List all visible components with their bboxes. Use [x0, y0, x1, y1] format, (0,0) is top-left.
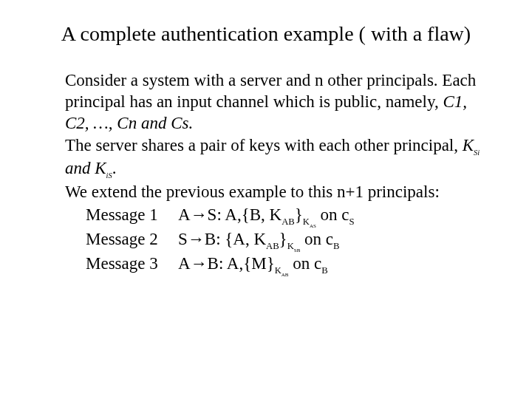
msg3-keyK: K: [275, 265, 282, 276]
msg3-key: KAB: [275, 265, 289, 276]
msg2-key: KSB: [287, 241, 301, 251]
message-2: Message 2S→B: {A, KAB}KSB on cB: [86, 229, 480, 253]
para2-period: .: [112, 159, 117, 177]
msg2-on: on c: [300, 230, 333, 248]
msg1-key: KAS: [303, 216, 316, 227]
para2-text-a: The server shares a pair of keys with ea…: [65, 136, 463, 154]
key1-k: K: [463, 136, 474, 154]
msg1-keyK: K: [303, 216, 310, 227]
key1: KSi: [463, 136, 480, 154]
message-3: Message 3A→B: A,{M}KAB on cB: [86, 253, 480, 278]
paragraph-3: We extend the previous example to this n…: [65, 182, 480, 203]
msg1-on: on c: [316, 205, 349, 224]
para1-text: Consider a system with a server and n ot…: [65, 71, 476, 111]
msg2-label: Message 2: [86, 229, 178, 250]
msg3-keysub: AB: [282, 272, 289, 278]
msg2-chan: B: [333, 241, 339, 251]
message-list: Message 1A→S: A,{B, KAB}KAS on cS Messag…: [86, 205, 480, 277]
paragraph-2: The server shares a pair of keys with ea…: [65, 135, 480, 180]
msg1-keysub: AS: [310, 223, 316, 229]
slide-body: Consider a system with a server and n ot…: [65, 70, 480, 277]
msg1-label: Message 1: [86, 205, 178, 226]
slide-title: A complete authentication example ( with…: [44, 21, 488, 47]
msg1-lhs: A→S: A,{B, K: [178, 205, 282, 224]
msg2-lhs: S→B: {A, K: [178, 230, 266, 248]
msg2-mid: }: [279, 230, 287, 248]
msg3-chan: B: [321, 265, 327, 276]
paragraph-1: Consider a system with a server and n ot…: [65, 70, 480, 134]
key2: KiS: [95, 159, 112, 177]
key2-k: K: [95, 159, 106, 177]
para2-and: and: [65, 159, 95, 177]
msg2-keysub: SB: [294, 248, 301, 253]
message-1: Message 1A→S: A,{B, KAB}KAS on cS: [86, 205, 480, 229]
msg1-mid: }: [295, 205, 303, 224]
key2-sub: iS: [106, 171, 112, 180]
msg3-label: Message 3: [86, 253, 178, 275]
msg3-on: on c: [289, 254, 322, 273]
msg1-chan: S: [349, 216, 354, 227]
msg1-sub1: AB: [282, 216, 295, 227]
key1-sub: Si: [474, 149, 480, 157]
msg2-sub1: AB: [266, 241, 279, 251]
msg2-keyK: K: [287, 241, 294, 251]
msg3-lhs: A→B: A,{M}: [178, 254, 275, 273]
slide: A complete authentication example ( with…: [0, 0, 532, 399]
